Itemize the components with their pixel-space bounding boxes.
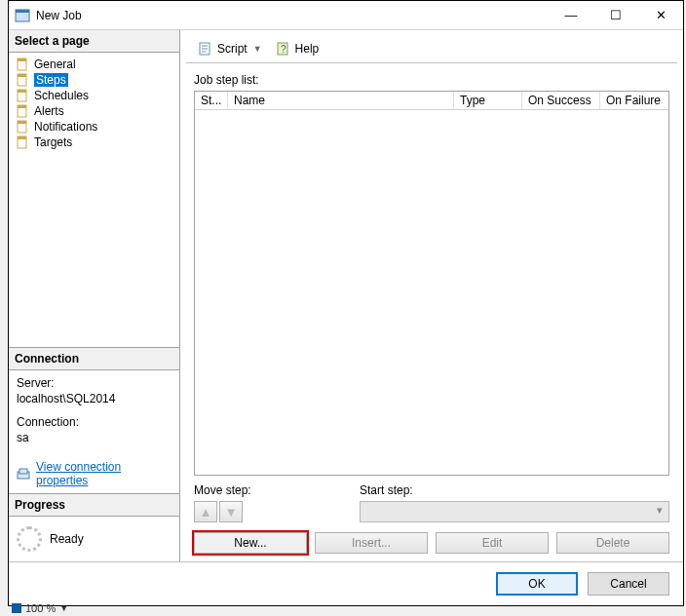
connection-value: sa xyxy=(17,431,172,444)
nav-item-steps[interactable]: Steps xyxy=(9,72,179,88)
sidebar: Select a page General Steps Schedules Al… xyxy=(9,30,180,561)
page-icon xyxy=(15,104,30,118)
svg-rect-11 xyxy=(18,121,26,124)
window-title: New Job xyxy=(36,9,549,22)
nav-item-alerts[interactable]: Alerts xyxy=(9,103,179,119)
start-step-select[interactable] xyxy=(360,501,669,522)
start-step-label: Start step: xyxy=(360,483,669,497)
help-icon: ? xyxy=(276,41,291,57)
status-strip: 100 % ▼ xyxy=(12,602,68,614)
toolbar: Script ▼ ? Help xyxy=(186,34,677,63)
server-value: localhost\SQL2014 xyxy=(17,392,172,405)
main-panel: Script ▼ ? Help Job step list: St... Nam… xyxy=(180,30,683,561)
svg-rect-3 xyxy=(18,58,26,61)
zoom-dropdown-icon[interactable]: ▼ xyxy=(59,603,68,613)
minimize-button[interactable]: — xyxy=(549,1,593,29)
nav-item-label: Schedules xyxy=(34,89,89,102)
nav-item-label: Notifications xyxy=(34,120,97,134)
insert-button[interactable]: Insert... xyxy=(315,532,428,554)
job-step-grid[interactable]: St... Name Type On Success On Failure xyxy=(194,91,669,476)
move-up-button[interactable]: ▲ xyxy=(194,501,217,522)
nav-item-targets[interactable]: Targets xyxy=(9,135,179,150)
connection-header: Connection xyxy=(9,348,179,370)
nav-item-label: Steps xyxy=(34,73,68,87)
page-icon xyxy=(15,89,30,102)
col-type[interactable]: Type xyxy=(454,92,522,109)
page-icon xyxy=(15,73,30,87)
zoom-level: 100 % xyxy=(25,602,56,614)
delete-button[interactable]: Delete xyxy=(556,532,669,554)
maximize-button[interactable]: ☐ xyxy=(593,1,638,29)
page-nav: General Steps Schedules Alerts Notificat… xyxy=(9,53,179,154)
page-icon xyxy=(15,135,30,149)
select-page-header: Select a page xyxy=(9,30,179,53)
edit-button[interactable]: Edit xyxy=(436,532,549,554)
connection-label: Connection: xyxy=(17,415,172,429)
nav-item-label: Targets xyxy=(34,135,72,149)
arrow-down-icon: ▼ xyxy=(224,505,237,520)
cancel-button[interactable]: Cancel xyxy=(588,572,669,596)
page-icon xyxy=(15,58,30,71)
grid-header: St... Name Type On Success On Failure xyxy=(195,92,668,110)
help-button[interactable]: ? Help xyxy=(272,39,324,58)
script-button[interactable]: Script ▼ xyxy=(194,39,268,58)
status-chip-icon xyxy=(12,603,21,613)
help-label: Help xyxy=(295,42,320,56)
connection-icon xyxy=(17,467,32,481)
svg-rect-5 xyxy=(18,74,26,77)
titlebar: New Job — ☐ ✕ xyxy=(9,1,683,30)
svg-rect-7 xyxy=(18,90,26,93)
ok-button[interactable]: OK xyxy=(496,572,578,596)
progress-section: Progress Ready xyxy=(9,493,179,561)
dialog-window: New Job — ☐ ✕ Select a page General Step… xyxy=(8,0,684,606)
progress-status: Ready xyxy=(50,532,84,546)
svg-rect-9 xyxy=(18,105,26,108)
nav-item-label: General xyxy=(34,58,76,71)
app-icon xyxy=(15,8,30,23)
col-on-failure[interactable]: On Failure xyxy=(600,92,668,109)
script-icon xyxy=(198,41,213,57)
page-icon xyxy=(15,120,30,134)
nav-item-general[interactable]: General xyxy=(9,57,179,72)
progress-header: Progress xyxy=(9,494,179,517)
svg-rect-15 xyxy=(19,469,27,474)
svg-text:?: ? xyxy=(281,44,286,55)
arrow-up-icon: ▲ xyxy=(199,505,211,520)
new-button[interactable]: New... xyxy=(194,532,307,554)
progress-spinner-icon xyxy=(17,526,42,552)
dialog-footer: OK Cancel xyxy=(9,561,683,605)
svg-rect-13 xyxy=(18,136,26,139)
col-name[interactable]: Name xyxy=(228,92,454,109)
move-down-button[interactable]: ▼ xyxy=(219,501,243,522)
server-label: Server: xyxy=(17,376,172,390)
dropdown-arrow-icon: ▼ xyxy=(251,44,264,54)
col-step[interactable]: St... xyxy=(195,92,228,109)
nav-item-label: Alerts xyxy=(34,104,64,118)
script-label: Script xyxy=(217,42,248,56)
col-on-success[interactable]: On Success xyxy=(522,92,600,109)
close-button[interactable]: ✕ xyxy=(638,1,683,29)
grid-body xyxy=(195,110,668,475)
nav-item-notifications[interactable]: Notifications xyxy=(9,119,179,135)
job-step-list-label: Job step list: xyxy=(194,73,669,87)
view-connection-properties-link[interactable]: View connection properties xyxy=(36,460,172,487)
move-step-label: Move step: xyxy=(194,483,330,497)
nav-item-schedules[interactable]: Schedules xyxy=(9,88,179,103)
window-buttons: — ☐ ✕ xyxy=(549,1,683,29)
connection-section: Connection Server: localhost\SQL2014 Con… xyxy=(9,347,179,493)
svg-rect-1 xyxy=(16,10,29,13)
